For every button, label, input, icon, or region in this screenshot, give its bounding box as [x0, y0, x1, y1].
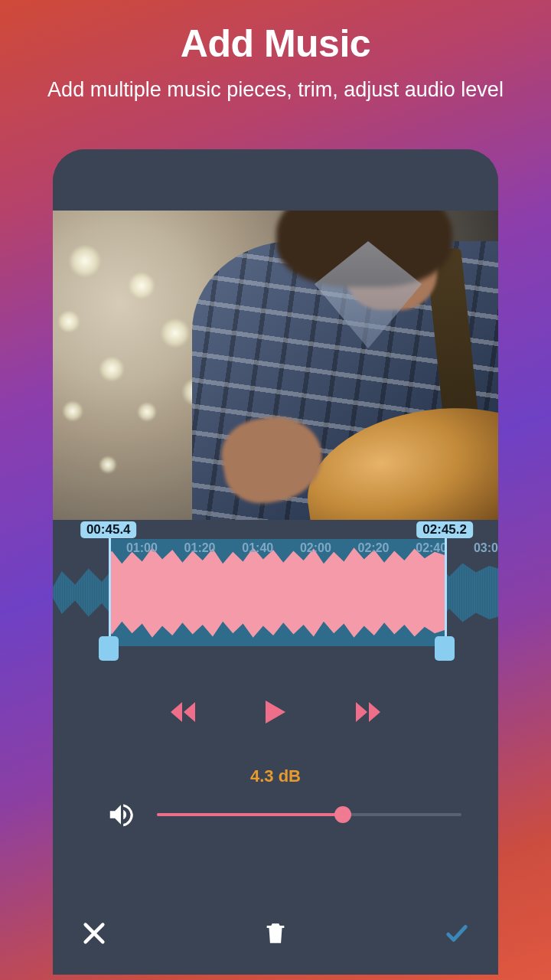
- close-icon: [81, 920, 107, 946]
- timeline-tick: 01:40: [242, 541, 273, 555]
- playback-controls: [53, 693, 498, 731]
- timeline-ticks: 01:0001:2001:4002:0002:2002:4003:00: [53, 541, 498, 557]
- speaker-icon: [106, 800, 135, 829]
- app-screenshot: 01:0001:2001:4002:0002:2002:4003:00 00:4…: [53, 149, 498, 975]
- timeline-tick: 01:20: [184, 541, 216, 555]
- close-button[interactable]: [76, 915, 112, 952]
- trim-start-handle[interactable]: [99, 636, 119, 661]
- confirm-button[interactable]: [439, 915, 475, 952]
- trim-start-time: 00:45.4: [80, 521, 137, 538]
- rewind-icon: [169, 702, 195, 722]
- marketing-subtitle: Add multiple music pieces, trim, adjust …: [47, 78, 504, 102]
- marketing-title: Add Music: [181, 21, 370, 66]
- trim-end-time: 02:45.2: [416, 521, 473, 538]
- timeline-tick: 03:00: [474, 541, 498, 555]
- delete-button[interactable]: [257, 915, 294, 952]
- fast-forward-button[interactable]: [352, 695, 386, 729]
- timeline-tick: 01:00: [126, 541, 158, 555]
- video-preview[interactable]: [53, 211, 498, 520]
- play-button[interactable]: [259, 695, 292, 729]
- play-icon: [266, 701, 285, 724]
- volume-slider[interactable]: [157, 813, 461, 816]
- fast-forward-icon: [356, 702, 382, 722]
- timeline-tick: 02:00: [300, 541, 331, 555]
- timeline-tick: 02:40: [416, 541, 447, 555]
- trash-icon: [262, 920, 289, 946]
- audio-waveform-trimmer[interactable]: 01:0001:2001:4002:0002:2002:4003:00 00:4…: [53, 520, 498, 658]
- rewind-button[interactable]: [165, 695, 199, 729]
- app-top-bar: [53, 149, 498, 211]
- timeline-tick: 02:20: [358, 541, 390, 555]
- trim-end-handle[interactable]: [435, 636, 455, 661]
- checkmark-icon: [444, 920, 470, 946]
- volume-slider-thumb[interactable]: [334, 806, 351, 823]
- audio-level-readout: 4.3 dB: [250, 766, 301, 786]
- bottom-action-bar: [53, 898, 498, 975]
